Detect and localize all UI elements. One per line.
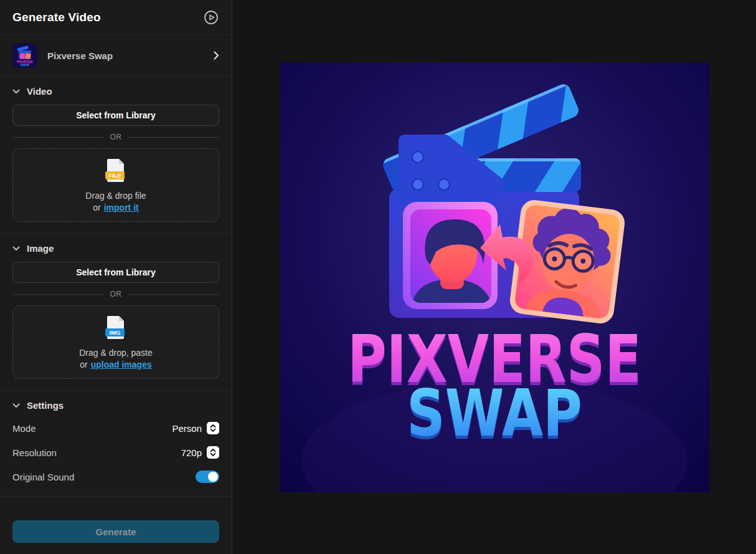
video-dropzone[interactable]: FILE Drag & drop file or import it <box>12 148 219 222</box>
mode-value: Person <box>172 423 202 434</box>
chevron-down-icon <box>12 242 20 254</box>
image-section-title: Image <box>27 243 54 254</box>
or-prefix: or <box>80 360 87 370</box>
settings-section: Settings Mode Person Resolution <box>0 391 232 497</box>
import-it-link[interactable]: import it <box>104 203 139 213</box>
divider-line <box>12 294 104 295</box>
preview-area: PIXVERSE PIXVERSE SWAP SWAP <box>232 0 756 554</box>
or-label: OR <box>110 290 122 298</box>
video-or-divider: OR <box>12 133 219 141</box>
chevron-down-icon <box>12 399 20 411</box>
image-section-header[interactable]: Image <box>12 242 219 254</box>
img-badge-label: IMG <box>110 329 121 336</box>
chevron-right-icon <box>214 51 219 60</box>
pixverse-swap-artwork: PIXVERSE PIXVERSE SWAP SWAP <box>280 62 709 492</box>
play-circle-icon[interactable] <box>203 9 219 26</box>
original-sound-toggle[interactable] <box>196 470 219 483</box>
settings-section-title: Settings <box>27 400 64 411</box>
image-dropzone[interactable]: IMG Drag & drop, paste or upload images <box>12 305 219 379</box>
generate-button[interactable]: Generate <box>12 520 219 543</box>
video-section: Video Select from Library OR FILE Drag & <box>0 77 232 234</box>
page-title: Generate Video <box>12 11 101 24</box>
video-select-from-library-button[interactable]: Select from Library <box>12 105 219 126</box>
pixverse-swap-thumbnail-icon: PIXVERSE SWAP <box>12 43 37 68</box>
panel-header: Generate Video <box>0 0 232 35</box>
thumbnail-title-line2: SWAP <box>21 63 31 67</box>
divider-line <box>12 137 104 138</box>
generate-video-panel: Generate Video PIXVERSE SWAP <box>0 0 232 554</box>
video-dropzone-subtext: or import it <box>93 203 138 213</box>
artwork-title-line2: SWAP <box>407 376 582 451</box>
or-label: OR <box>110 133 122 141</box>
model-selector-row[interactable]: PIXVERSE SWAP Pixverse Swap <box>0 35 232 77</box>
divider-line <box>128 137 220 138</box>
image-or-divider: OR <box>12 290 219 298</box>
image-dropzone-text: Drag & drop, paste <box>79 348 153 358</box>
app-window: Generate Video PIXVERSE SWAP <box>0 0 756 554</box>
resolution-setting-row: Resolution 720p <box>12 446 219 459</box>
resolution-stepper[interactable] <box>207 446 219 459</box>
settings-section-header[interactable]: Settings <box>12 399 219 411</box>
mode-label: Mode <box>12 423 36 434</box>
file-badge-label: FILE <box>108 172 121 179</box>
image-dropzone-subtext: or upload images <box>80 360 151 370</box>
image-section: Image Select from Library OR IMG Drag & … <box>0 234 232 391</box>
image-file-icon: IMG <box>104 315 128 343</box>
original-sound-label: Original Sound <box>12 472 74 482</box>
or-prefix: or <box>93 203 100 213</box>
resolution-value: 720p <box>181 447 202 458</box>
resolution-label: Resolution <box>12 447 57 458</box>
video-section-header[interactable]: Video <box>12 85 219 97</box>
mode-stepper[interactable] <box>207 422 219 434</box>
video-dropzone-text: Drag & drop file <box>85 191 146 201</box>
left-face-card <box>403 202 498 312</box>
toggle-knob <box>208 472 218 482</box>
original-sound-setting-row: Original Sound <box>12 470 219 484</box>
mode-setting-row: Mode Person <box>12 421 219 435</box>
model-name-label: Pixverse Swap <box>47 50 113 61</box>
file-icon: FILE <box>104 158 128 186</box>
image-select-from-library-button[interactable]: Select from Library <box>12 262 219 283</box>
video-section-title: Video <box>27 86 52 97</box>
upload-images-link[interactable]: upload images <box>91 360 152 370</box>
generate-button-area: Generate <box>0 510 232 554</box>
chevron-down-icon <box>12 85 20 97</box>
divider-line <box>128 294 220 295</box>
